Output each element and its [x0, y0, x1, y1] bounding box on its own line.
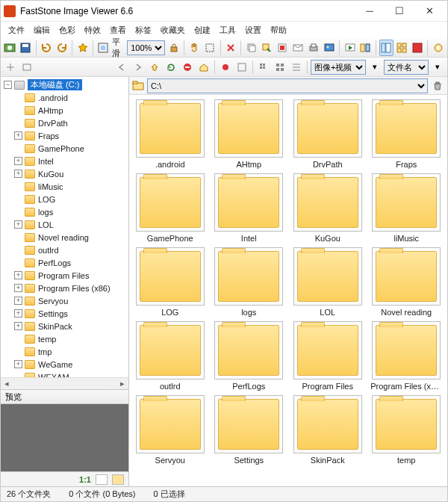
tree-item[interactable]: DrvPath	[1, 117, 128, 129]
thumbnail-item[interactable]: Fraps	[369, 99, 445, 170]
maximize-button[interactable]: ☐	[385, 1, 414, 21]
tree-item[interactable]: +Servyou	[1, 294, 128, 307]
thumbnail-item[interactable]: logs	[211, 247, 287, 318]
thumbnail-item[interactable]: KuGou	[290, 173, 366, 244]
menu-effects[interactable]: 特效	[80, 23, 105, 37]
tree-item[interactable]: +Intel	[1, 155, 128, 167]
rotate-right-icon[interactable]	[55, 40, 69, 56]
tree-sync-icon[interactable]	[19, 60, 34, 75]
menu-edit[interactable]: 编辑	[29, 23, 55, 37]
thumb-small-icon[interactable]	[256, 60, 271, 75]
tree-collapse-icon[interactable]	[3, 60, 18, 75]
stop-icon[interactable]	[180, 60, 195, 75]
delete-icon[interactable]	[224, 40, 238, 56]
email-icon[interactable]	[291, 40, 305, 56]
tree-item[interactable]: +SkinPack	[1, 320, 128, 332]
menu-tools[interactable]: 工具	[215, 23, 240, 37]
view-browser-icon[interactable]	[379, 40, 393, 56]
trash-icon[interactable]	[431, 79, 444, 93]
thumbnail-item[interactable]: outlrd	[132, 321, 208, 392]
tree-item[interactable]: WEXAM	[1, 371, 128, 377]
thumbnail-item[interactable]: Program Files (x86)	[369, 321, 445, 392]
home-icon[interactable]	[196, 60, 211, 75]
menu-view[interactable]: 查看	[105, 23, 131, 37]
menu-favorites[interactable]: 收藏夹	[156, 23, 190, 37]
tree-item[interactable]: +WeGame	[1, 358, 128, 371]
view-fullscreen-icon[interactable]	[410, 40, 424, 56]
filter-select[interactable]: 图像+视频	[311, 60, 366, 75]
up-icon[interactable]	[147, 60, 162, 75]
print-icon[interactable]	[307, 40, 321, 56]
tree-item[interactable]: PerfLogs	[1, 256, 128, 269]
settings-icon[interactable]	[431, 40, 445, 56]
thumbnail-item[interactable]: Settings	[211, 395, 287, 466]
filter-dropdown-icon[interactable]: ▾	[367, 60, 382, 75]
tree-item[interactable]: logs	[1, 205, 128, 218]
tree-item[interactable]: tmp	[1, 345, 128, 358]
tree-item[interactable]: temp	[1, 332, 128, 345]
favorite-icon[interactable]	[75, 40, 90, 56]
menu-file[interactable]: 文件	[4, 23, 29, 37]
thumbnail-item[interactable]: GamePhone	[132, 173, 208, 244]
path-select[interactable]: C:\	[147, 78, 428, 93]
menu-tags[interactable]: 标签	[131, 23, 156, 37]
menu-settings[interactable]: 设置	[240, 23, 266, 37]
fit-window-icon[interactable]	[96, 40, 111, 56]
menu-create[interactable]: 创建	[190, 23, 215, 37]
view-thumbnail-icon[interactable]	[395, 40, 409, 56]
thumbnail-item[interactable]: .android	[132, 99, 208, 170]
tree-item[interactable]: LOG	[1, 193, 128, 205]
tree-item[interactable]: +Fraps	[1, 129, 128, 142]
tag-filter-icon[interactable]	[234, 60, 249, 75]
refresh-icon[interactable]	[164, 60, 178, 75]
tree-item[interactable]: .android	[1, 91, 128, 104]
tree-root[interactable]: −本地磁盘 (C:)	[1, 78, 128, 91]
thumbnail-item[interactable]: Program Files	[290, 321, 366, 392]
tree-item[interactable]: +Settings	[1, 307, 128, 320]
zoom-select[interactable]: 100%	[127, 40, 165, 55]
scan-icon[interactable]	[3, 40, 17, 56]
copy-icon[interactable]	[244, 40, 258, 56]
wallpaper-icon[interactable]	[323, 40, 337, 56]
tree-item[interactable]: liMusic	[1, 180, 128, 193]
minimize-button[interactable]: ─	[355, 1, 385, 21]
tree-item[interactable]: outlrd	[1, 244, 128, 256]
thumbnail-item[interactable]: Novel reading	[369, 247, 445, 318]
preview-chip-2[interactable]	[112, 474, 124, 485]
thumbnail-item[interactable]: temp	[369, 395, 445, 466]
tree-item[interactable]: +Program Files (x86)	[1, 282, 128, 294]
selection-icon[interactable]	[203, 40, 217, 56]
folder-tree[interactable]: −本地磁盘 (C:).androidAHtmpDrvPath+FrapsGame…	[1, 77, 128, 377]
thumbnail-view[interactable]: .androidAHtmpDrvPathFrapsGamePhoneIntelK…	[129, 95, 447, 486]
forward-icon[interactable]	[131, 60, 146, 75]
slideshow-icon[interactable]	[343, 40, 357, 56]
sort-dropdown-icon[interactable]: ▾	[430, 60, 445, 75]
thumb-large-icon[interactable]	[273, 60, 287, 75]
tag-red-icon[interactable]	[218, 60, 233, 75]
preview-chip-1[interactable]	[96, 474, 108, 485]
thumbnail-item[interactable]: Servyou	[132, 395, 208, 466]
thumbnail-item[interactable]: PerfLogs	[211, 321, 287, 392]
sort-select[interactable]: 文件名	[384, 60, 429, 75]
thumbnail-item[interactable]: SkinPack	[290, 395, 366, 466]
zoom-lock-icon[interactable]	[167, 40, 181, 56]
save-icon[interactable]	[19, 40, 33, 56]
tree-item[interactable]: +LOL	[1, 218, 128, 231]
close-button[interactable]: ✕	[414, 1, 444, 21]
menu-color[interactable]: 色彩	[55, 23, 80, 37]
list-icon[interactable]	[289, 60, 304, 75]
tree-item[interactable]: +KuGou	[1, 167, 128, 180]
tree-item[interactable]: AHtmp	[1, 104, 128, 117]
tree-h-scrollbar[interactable]: ◂▸	[1, 377, 128, 389]
rotate-left-icon[interactable]	[40, 40, 54, 56]
tree-item[interactable]: GamePhone	[1, 142, 128, 155]
tree-item[interactable]: Novel reading	[1, 231, 128, 244]
thumbnail-item[interactable]: DrvPath	[290, 99, 366, 170]
thumbnail-item[interactable]: LOL	[290, 247, 366, 318]
back-icon[interactable]	[114, 60, 129, 75]
move-icon[interactable]	[260, 40, 274, 56]
tree-item[interactable]: +Program Files	[1, 269, 128, 282]
menu-help[interactable]: 帮助	[266, 23, 291, 37]
thumbnail-item[interactable]: AHtmp	[211, 99, 287, 170]
hand-icon[interactable]	[187, 40, 202, 56]
